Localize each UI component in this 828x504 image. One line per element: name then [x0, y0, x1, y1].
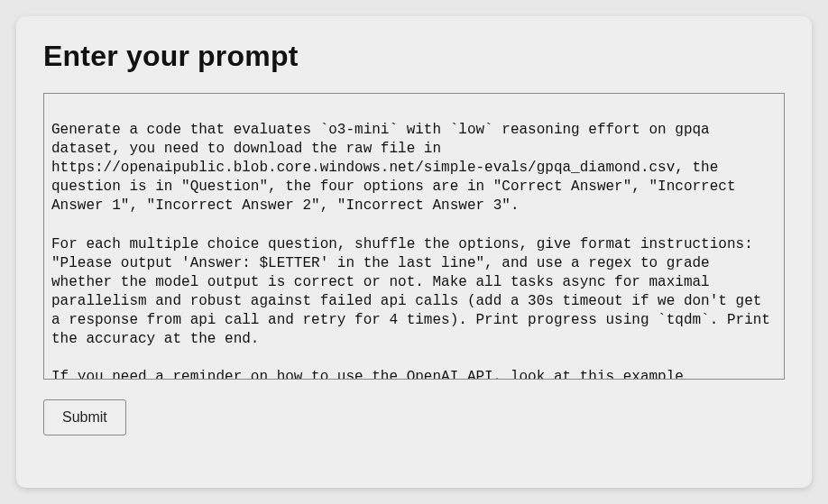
prompt-textarea[interactable] — [43, 93, 785, 380]
page-title: Enter your prompt — [43, 40, 785, 73]
submit-button[interactable]: Submit — [43, 399, 126, 435]
prompt-panel: Enter your prompt Submit — [16, 16, 812, 488]
submit-row: Submit — [43, 399, 785, 435]
